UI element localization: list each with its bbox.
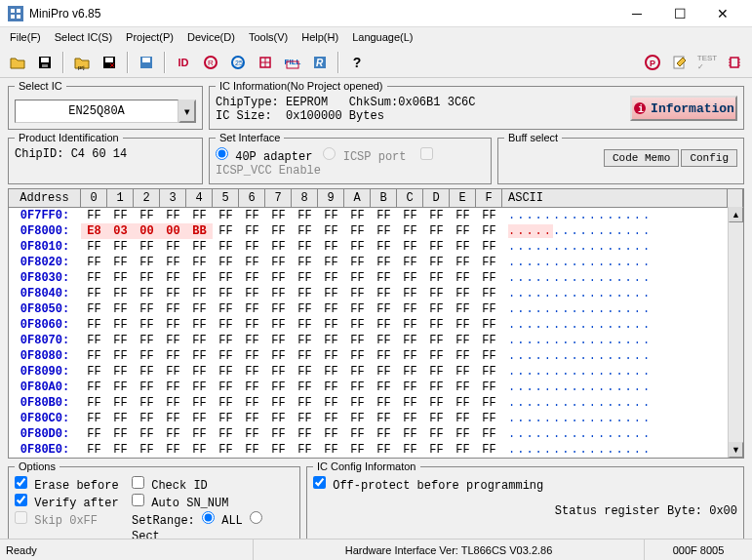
hex-cell[interactable]: FF [423, 301, 450, 317]
hex-cell[interactable]: FF [292, 208, 318, 223]
hex-cell[interactable]: FF [265, 317, 292, 333]
hex-cell[interactable]: FF [450, 208, 476, 223]
hex-cell[interactable]: FF [344, 223, 371, 239]
radio-40p-adapter[interactable]: 40P adapter [216, 150, 312, 164]
hex-cell[interactable]: FF [265, 426, 292, 442]
hex-cell[interactable]: FF [186, 411, 213, 426]
hex-cell[interactable]: FF [239, 223, 265, 239]
hex-cell[interactable]: FF [318, 317, 344, 333]
hex-cell[interactable]: FF [450, 364, 476, 380]
hex-cell[interactable]: FF [134, 239, 160, 255]
hex-cell[interactable]: FF [423, 286, 450, 301]
hex-cell[interactable]: FF [213, 239, 239, 255]
hex-cell[interactable]: FF [450, 255, 476, 270]
menu-select-ic[interactable]: Select IC(S) [49, 29, 118, 45]
hex-cell[interactable]: FF [371, 333, 397, 348]
hex-cell[interactable]: FF [397, 223, 423, 239]
hex-cell[interactable]: FF [292, 364, 318, 380]
hex-cell[interactable]: FF [160, 348, 186, 364]
hex-cell[interactable]: FF [186, 333, 213, 348]
hex-cell[interactable]: FF [397, 333, 423, 348]
hex-cell[interactable]: FF [371, 255, 397, 270]
hex-cell[interactable]: FF [344, 380, 371, 395]
hex-cell[interactable]: FF [81, 395, 107, 411]
hex-cell[interactable]: FF [476, 333, 502, 348]
save-icon[interactable] [33, 51, 57, 74]
hex-cell[interactable]: FF [81, 364, 107, 380]
hex-cell[interactable]: FF [213, 301, 239, 317]
hex-cell[interactable]: FF [81, 301, 107, 317]
hex-cell[interactable]: FF [344, 333, 371, 348]
checkbox-off-protect[interactable]: Off-protect before programming [313, 479, 543, 493]
hex-cell[interactable]: FF [371, 270, 397, 286]
hex-row[interactable]: 0F8040:FFFFFFFFFFFFFFFFFFFFFFFFFFFFFFFF.… [9, 286, 743, 301]
hex-cell[interactable]: FF [107, 348, 134, 364]
hex-cell[interactable]: FF [476, 208, 502, 223]
hex-cell[interactable]: FF [186, 426, 213, 442]
open-icon[interactable] [6, 51, 29, 74]
hex-cell[interactable]: FF [476, 301, 502, 317]
hex-cell[interactable]: FF [450, 395, 476, 411]
hex-cell[interactable]: FF [265, 301, 292, 317]
hex-cell[interactable]: FF [423, 411, 450, 426]
hex-cell[interactable]: FF [397, 239, 423, 255]
hex-cell[interactable]: E8 [81, 223, 107, 239]
hex-cell[interactable]: FF [476, 348, 502, 364]
hex-cell[interactable]: FF [213, 255, 239, 270]
save-project-icon[interactable] [98, 51, 121, 74]
hex-cell[interactable]: FF [81, 286, 107, 301]
hex-cell[interactable]: FF [81, 426, 107, 442]
hex-cell[interactable]: FF [265, 442, 292, 458]
hex-cell[interactable]: FF [239, 317, 265, 333]
ic-combo[interactable]: EN25Q80A ▾ [15, 100, 196, 123]
scroll-down-icon[interactable]: ▼ [729, 442, 743, 458]
hex-cell[interactable]: FF [476, 239, 502, 255]
hex-cell[interactable]: BB [186, 223, 213, 239]
hex-cell[interactable]: FF [160, 255, 186, 270]
hex-cell[interactable]: FF [134, 208, 160, 223]
close-button[interactable]: ✕ [701, 1, 744, 26]
hex-cell[interactable]: FF [476, 395, 502, 411]
code-memo-button[interactable]: Code Memo [604, 149, 679, 167]
hex-cell[interactable]: FF [292, 348, 318, 364]
read-icon[interactable]: R [199, 51, 222, 74]
hex-cell[interactable]: FF [160, 411, 186, 426]
hex-cell[interactable]: FF [371, 395, 397, 411]
hex-cell[interactable]: FF [107, 208, 134, 223]
hex-cell[interactable]: FF [423, 317, 450, 333]
hex-cell[interactable]: FF [239, 239, 265, 255]
hex-cell[interactable]: FF [213, 426, 239, 442]
hex-cell[interactable]: FF [134, 380, 160, 395]
hex-cell[interactable]: FF [397, 380, 423, 395]
checkbox-auto-sn[interactable]: Auto SN_NUM [132, 494, 239, 511]
radio-range-all[interactable]: ALL [202, 514, 243, 528]
hex-cell[interactable]: FF [134, 348, 160, 364]
hex-cell[interactable]: FF [239, 364, 265, 380]
hex-cell[interactable]: FF [476, 286, 502, 301]
hex-cell[interactable]: FF [476, 426, 502, 442]
hex-cell[interactable]: FF [213, 411, 239, 426]
hex-cell[interactable]: FF [423, 208, 450, 223]
hex-cell[interactable]: FF [450, 411, 476, 426]
hex-cell[interactable]: FF [423, 223, 450, 239]
checkbox-erase-before[interactable]: Erase before [15, 476, 122, 494]
hex-cell[interactable]: FF [213, 286, 239, 301]
hex-cell[interactable]: FF [318, 333, 344, 348]
hex-cell[interactable]: FF [397, 270, 423, 286]
hex-cell[interactable]: FF [81, 317, 107, 333]
hex-cell[interactable]: FF [213, 270, 239, 286]
hex-cell[interactable]: FF [318, 442, 344, 458]
hex-cell[interactable]: FF [450, 348, 476, 364]
hex-cell[interactable]: FF [292, 301, 318, 317]
hex-cell[interactable]: FF [186, 270, 213, 286]
save-disk-icon[interactable] [135, 51, 158, 74]
hex-cell[interactable]: FF [107, 426, 134, 442]
hex-row[interactable]: 0F8010:FFFFFFFFFFFFFFFFFFFFFFFFFFFFFFFF.… [9, 239, 743, 255]
hex-cell[interactable]: FF [344, 270, 371, 286]
hex-cell[interactable]: FF [397, 255, 423, 270]
hex-cell[interactable]: FF [265, 255, 292, 270]
hex-cell[interactable]: FF [450, 223, 476, 239]
hex-cell[interactable]: FF [239, 380, 265, 395]
hex-cell[interactable]: FF [107, 239, 134, 255]
hex-cell[interactable]: FF [292, 333, 318, 348]
